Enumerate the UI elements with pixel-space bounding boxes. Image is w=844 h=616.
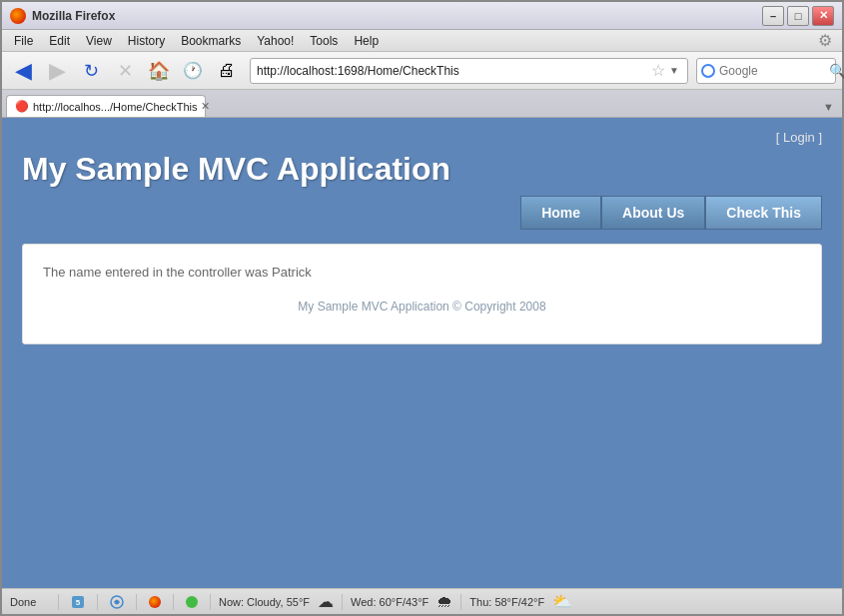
menu-tools[interactable]: Tools [302, 32, 346, 50]
weather-current: Now: Cloudy, 55°F [219, 596, 310, 608]
address-dropdown-icon[interactable]: ▼ [667, 65, 681, 76]
tab-label: http://localhos.../Home/CheckThis [33, 101, 197, 113]
forward-button[interactable]: ▶ [42, 56, 72, 86]
status-separator-2 [97, 594, 98, 610]
tab-list-arrow[interactable]: ▼ [819, 97, 838, 117]
menu-edit[interactable]: Edit [41, 32, 78, 50]
menu-bookmarks[interactable]: Bookmarks [173, 32, 249, 50]
reload-button[interactable]: ↻ [76, 56, 106, 86]
firefox-status-icon [149, 596, 161, 608]
google-icon [701, 64, 715, 78]
nav-bar: Home About Us Check This [22, 196, 822, 230]
status-text: Done [10, 596, 50, 608]
status-sync-item: 5 [67, 595, 89, 609]
menu-history[interactable]: History [120, 32, 173, 50]
status-separator-7 [460, 594, 461, 610]
status-separator-5 [210, 594, 211, 610]
toolbar: ◀ ▶ ↻ ✕ 🏠 🕐 🖨 ☆ ▼ 🔍 [2, 52, 842, 90]
content-box: The name entered in the controller was P… [22, 244, 822, 344]
maximize-button[interactable]: □ [787, 6, 809, 26]
bookmark-star-icon[interactable]: ☆ [649, 61, 667, 80]
weather-wed: Wed: 60°F/43°F [351, 596, 428, 608]
address-input[interactable] [257, 64, 649, 78]
login-link[interactable]: Login [783, 130, 815, 145]
window-controls: – □ ✕ [762, 6, 834, 26]
tab-close-button[interactable]: ✕ [201, 100, 210, 113]
network-icon [110, 595, 124, 609]
minimize-button[interactable]: – [762, 6, 784, 26]
browser-tab[interactable]: 🔴 http://localhos.../Home/CheckThis ✕ [6, 95, 206, 117]
browser-window: Mozilla Firefox – □ ✕ File Edit View His… [0, 0, 844, 616]
page-wrapper: [ Login ] My Sample MVC Application Home… [2, 118, 842, 588]
bookmarks-button[interactable]: 🕐 [178, 56, 208, 86]
content-footer: My Sample MVC Application © Copyright 20… [43, 300, 801, 313]
site-title: My Sample MVC Application [22, 151, 822, 188]
menu-file[interactable]: File [6, 32, 41, 50]
weather-icon-thu: ⛅ [552, 592, 572, 611]
back-button[interactable]: ◀ [8, 56, 38, 86]
sync-icon: 5 [71, 595, 85, 609]
login-bracket-open: [ [776, 130, 780, 145]
weather-icon-current: ☁ [318, 592, 334, 611]
print-button[interactable]: 🖨 [212, 56, 242, 86]
status-firefox-item [145, 596, 165, 608]
green-status-icon [186, 596, 198, 608]
status-separator-4 [173, 594, 174, 610]
page-main: The name entered in the controller was P… [2, 230, 842, 358]
menu-view[interactable]: View [78, 32, 120, 50]
login-area: [ Login ] [22, 130, 822, 145]
stop-button[interactable]: ✕ [110, 56, 140, 86]
weather-icon-wed: 🌧 [436, 593, 452, 611]
window-title: Mozilla Firefox [32, 9, 762, 23]
svg-point-0 [702, 65, 714, 77]
status-green-dot [182, 596, 202, 608]
weather-thu: Thu: 58°F/42°F [469, 596, 544, 608]
tab-bar: 🔴 http://localhos.../Home/CheckThis ✕ ▼ [2, 90, 842, 118]
menu-help[interactable]: Help [346, 32, 387, 50]
search-bar[interactable]: 🔍 [696, 58, 836, 84]
status-separator-3 [136, 594, 137, 610]
search-icon[interactable]: 🔍 [829, 63, 844, 79]
content-message: The name entered in the controller was P… [43, 265, 801, 280]
page-header: [ Login ] My Sample MVC Application Home… [2, 118, 842, 230]
login-bracket-close: ] [818, 130, 822, 145]
menu-yahoo[interactable]: Yahoo! [249, 32, 302, 50]
menu-bar: File Edit View History Bookmarks Yahoo! … [2, 30, 842, 52]
browser-content: [ Login ] My Sample MVC Application Home… [2, 118, 842, 588]
firefox-icon [10, 8, 26, 24]
svg-text:5: 5 [76, 598, 81, 607]
status-separator-6 [342, 594, 343, 610]
status-bar: Done 5 Now: Cloudy, 55°F ☁ Wed: 60°F/43°… [2, 588, 842, 614]
tab-favicon: 🔴 [15, 100, 29, 113]
address-bar[interactable]: ☆ ▼ [250, 58, 688, 84]
nav-check-button[interactable]: Check This [705, 196, 822, 230]
status-separator-1 [58, 594, 59, 610]
nav-about-button[interactable]: About Us [601, 196, 705, 230]
search-input[interactable] [719, 64, 829, 78]
gear-icon[interactable]: ⚙ [812, 31, 838, 50]
home-button[interactable]: 🏠 [144, 56, 174, 86]
nav-home-button[interactable]: Home [520, 196, 601, 230]
close-button[interactable]: ✕ [812, 6, 834, 26]
title-bar: Mozilla Firefox – □ ✕ [2, 2, 842, 30]
status-network-item [106, 595, 128, 609]
